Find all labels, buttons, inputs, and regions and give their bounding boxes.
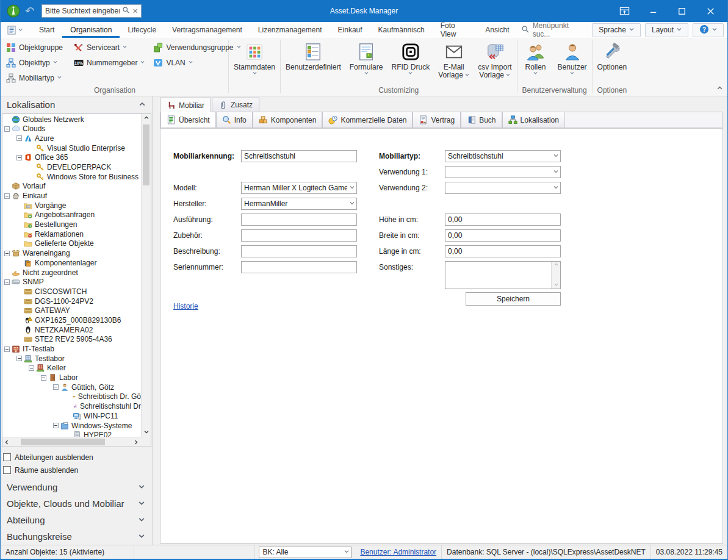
search-icon[interactable] — [122, 6, 130, 16]
help-button[interactable]: ? — [693, 23, 724, 37]
field-verwendung-1[interactable] — [445, 166, 561, 178]
tree-item-snmp[interactable]: SNMP — [2, 277, 141, 287]
tab-buch[interactable]: Buch — [461, 112, 502, 127]
tree-item-netzkamera02[interactable]: NETZKAMERA02 — [2, 325, 141, 335]
menu-tab-einkauf[interactable]: Einkauf — [330, 22, 370, 38]
tree-item-globales-netzwerk[interactable]: Globales Netzwerk — [2, 115, 141, 124]
tree-item-nicht-zugeordnet[interactable]: Nicht zugeordnet — [2, 268, 141, 278]
tree-item-testlabor[interactable]: Testlabor — [2, 354, 141, 364]
tab-info[interactable]: Info — [216, 112, 253, 127]
field-höhe-in-cm[interactable] — [445, 214, 561, 226]
bk-filter-select[interactable]: BK: Alle — [259, 547, 351, 558]
sidebar-section-objekte-clouds-und-mobiliar[interactable]: Objekte, Clouds und Mobiliar — [1, 495, 153, 512]
tab-vertrag[interactable]: Vertrag — [413, 112, 461, 127]
scrollbar-thumb[interactable] — [21, 439, 105, 445]
collapse-icon[interactable] — [4, 193, 10, 199]
menu-tab-organisation[interactable]: Organisation — [62, 22, 120, 38]
tab-zusatz[interactable]: Zusatz — [212, 98, 259, 112]
collapse-icon[interactable] — [16, 135, 22, 141]
tab-kommerzielle-daten[interactable]: Kommerzielle Daten — [322, 112, 413, 127]
sidebar-section-buchungskreise[interactable]: Buchungskreise — [1, 528, 153, 545]
maximize-icon[interactable] — [668, 2, 696, 20]
field-seriennummer[interactable] — [241, 261, 357, 273]
checkbox-box[interactable] — [3, 466, 11, 474]
tree-item-komponentenlager[interactable]: Komponentenlager — [2, 258, 141, 268]
field-ausführung[interactable] — [241, 214, 357, 226]
field-länge-in-cm[interactable] — [445, 245, 561, 257]
app-menu-icon[interactable] — [7, 25, 23, 35]
scrollbar-thumb[interactable] — [143, 124, 150, 185]
tree-item-windows-systeme[interactable]: Windows-Systeme — [2, 421, 141, 431]
tree-item-ste2-rev2-5905-4a36[interactable]: STE2 REV2 5905-4A36 — [2, 335, 141, 345]
close-icon[interactable] — [696, 2, 725, 20]
tab-mobiliar[interactable]: Mobiliar — [160, 98, 211, 112]
field-modell[interactable]: Herman Miller X Logitech Gamebody — [241, 182, 357, 194]
tree-item-güttich-götz[interactable]: Güttich, Götz — [2, 382, 141, 392]
tree-item-visual-studio-enterprise[interactable]: Visual Studio Enterprise — [2, 143, 141, 153]
language-button[interactable]: Sprache — [592, 23, 641, 37]
collapse-icon[interactable] — [29, 365, 34, 371]
checkbox-box[interactable] — [3, 453, 11, 461]
checkbox-räume-ausblenden[interactable]: Räume ausblenden — [3, 464, 153, 476]
collapse-icon[interactable] — [4, 279, 10, 285]
ribbon-button-benutzer[interactable]: Benutzer — [553, 39, 591, 76]
collapse-icon[interactable] — [4, 251, 10, 256]
menu-tab-lizenzmanagement[interactable]: Lizenzmanagement — [250, 22, 330, 38]
save-button[interactable]: Speichern — [466, 292, 561, 306]
ribbon-button-serviceart[interactable]: Serviceart — [70, 40, 149, 55]
tree-item-vorlauf[interactable]: Vorlauf — [2, 182, 141, 192]
collapse-icon[interactable] — [4, 346, 10, 352]
ribbon-toggle-icon[interactable] — [610, 2, 639, 20]
tab-komponenten[interactable]: Komponenten — [253, 112, 323, 127]
ribbon-button-rfid-druck[interactable]: RFID Druck — [387, 39, 434, 79]
undo-icon[interactable]: ↶ — [25, 5, 34, 16]
tree-item-schreitischstuhl-dr[interactable]: Schreitischstuhl Dr — [2, 401, 141, 411]
ribbon-button-objektgruppe[interactable]: Objektgruppe — [2, 40, 67, 55]
scroll-up-icon[interactable] — [142, 114, 151, 123]
tab-übersicht[interactable]: Übersicht — [160, 112, 216, 127]
field-mobiliartyp[interactable]: Schreibtischstuhl — [445, 150, 561, 162]
field-mobiliarkennung[interactable] — [241, 150, 357, 162]
collapse-icon[interactable] — [53, 384, 59, 390]
user-link[interactable]: Benutzer: Administrator — [360, 548, 436, 556]
tree-item-einkauf[interactable]: Einkauf — [2, 191, 141, 201]
tree-item-windows-store-for-business[interactable]: Windows Store for Business — [2, 172, 141, 182]
clear-search-icon[interactable]: ✕ — [132, 7, 138, 15]
menu-tab-vertragsmanagement[interactable]: Vertragsmanagement — [164, 22, 250, 38]
menu-tab-lifecycle[interactable]: Lifecycle — [120, 22, 164, 38]
collapse-icon[interactable] — [16, 155, 22, 160]
ribbon-button-e-mail-vorlage[interactable]: E-MailVorlage — [434, 39, 474, 79]
ribbon-button-stammdaten[interactable]: Stammdaten — [229, 39, 279, 76]
field-beschreibung[interactable] — [241, 245, 357, 257]
tree-item-keller[interactable]: Keller — [2, 364, 141, 373]
scroll-right-icon[interactable] — [132, 437, 141, 447]
menu-tab-kaufmännisch[interactable]: Kaufmännisch — [370, 22, 433, 38]
chevron-up-icon[interactable] — [139, 99, 145, 110]
tree-item-gelieferte-objekte[interactable]: Gelieferte Objekte — [2, 239, 141, 249]
historie-link[interactable]: Historie — [173, 302, 198, 311]
tree-item-schreibtisch-dr-gö[interactable]: Schreibtisch Dr. Gö — [2, 392, 141, 402]
tree-item-gxp1625-000b829130b6[interactable]: GXP1625_000B829130B6 — [2, 315, 141, 325]
ribbon-button-rollen[interactable]: Rollen — [518, 39, 553, 76]
menu-tab-ansicht[interactable]: Ansicht — [477, 22, 517, 38]
tree-item-gateway[interactable]: GATEWAY — [2, 306, 141, 315]
tree-item-office-365[interactable]: Office 365 — [2, 153, 141, 162]
sidebar-panel-header[interactable]: Lokalisation — [1, 96, 153, 113]
ribbon-button-csv-import-vorlage[interactable]: csv ImportVorlage — [474, 39, 516, 79]
collapse-icon[interactable] — [4, 126, 10, 132]
tree-item-vorgänge[interactable]: Vorgänge — [2, 201, 141, 210]
tree-item-win-pc11[interactable]: WIN-PC11 — [2, 411, 141, 421]
menu-search[interactable]: Menüpunkt suc... — [521, 21, 588, 38]
field-zubehör[interactable] — [241, 229, 357, 242]
tree-item-ciscoswitch[interactable]: CISCOSWITCH — [2, 287, 141, 296]
field-hersteller[interactable]: HermanMiller — [241, 198, 357, 210]
textarea-scrollbar[interactable] — [551, 262, 560, 289]
ribbon-button-optionen[interactable]: Optionen — [593, 39, 632, 71]
tree-item-bestellungen[interactable]: Bestellungen — [2, 220, 141, 229]
sidebar-section-abteilung[interactable]: Abteilung — [1, 512, 153, 528]
collapse-icon[interactable] — [16, 356, 22, 361]
tree-item-it-testlab[interactable]: IT-Testlab — [2, 344, 141, 354]
tree-item-hype02[interactable]: HYPE02 — [2, 430, 141, 437]
tree-item-azure[interactable]: Azure — [2, 134, 141, 143]
checkbox-abteilungen-ausblenden[interactable]: Abteilungen ausblenden — [3, 451, 153, 464]
